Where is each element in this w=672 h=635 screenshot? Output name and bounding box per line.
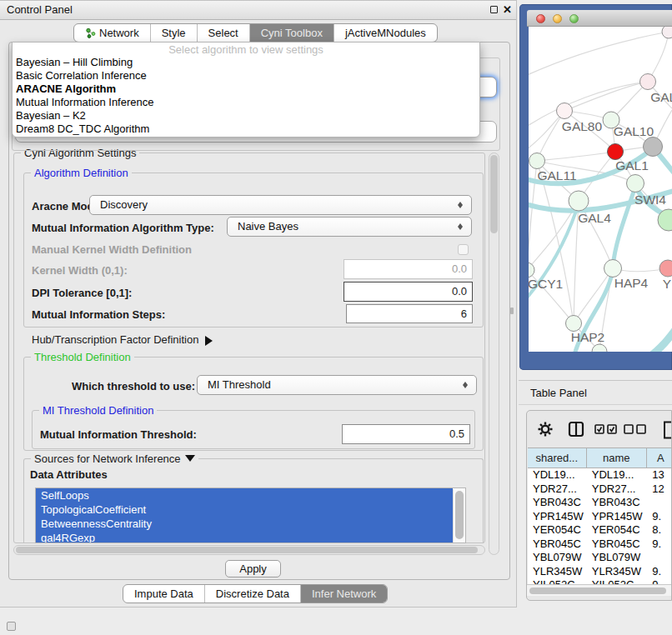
network-node-swi4[interactable]: [627, 175, 644, 192]
dropdown-item-list: Bayesian – Hill ClimbingBasic Correlatio…: [13, 56, 479, 136]
mi-type-combobox[interactable]: Naive Bayes: [227, 217, 472, 237]
settings-horizontal-scrollbar[interactable]: [13, 545, 485, 555]
attribute-item-selected[interactable]: SelfLoops: [36, 488, 453, 502]
mi-steps-field[interactable]: 6: [346, 304, 473, 323]
table-row[interactable]: YER054CYER054C8.: [528, 523, 672, 538]
network-canvas[interactable]: GAL7GAL80GAL10GAL1GAL11SWI4GAL4GCY1HAP4Y…: [529, 27, 672, 352]
float-window-icon[interactable]: [490, 6, 498, 13]
network-node-hap2[interactable]: [566, 316, 582, 332]
table-row[interactable]: YPR145WYPR145W9.: [528, 510, 672, 524]
attribute-item-selected[interactable]: BetweennessCentrality: [36, 517, 453, 531]
gear-icon[interactable]: [537, 421, 554, 438]
dropdown-item[interactable]: Bayesian – K2: [13, 109, 479, 122]
tab-style[interactable]: Style: [150, 24, 197, 42]
table-row[interactable]: YDR27...YDR27...12: [528, 482, 672, 497]
new-table-icon[interactable]: [663, 421, 672, 439]
table-hscroll-thumb[interactable]: [529, 588, 666, 594]
dropdown-item[interactable]: Bayesian – Hill Climbing: [13, 56, 479, 69]
table-row[interactable]: YDL19...YDL19...13: [528, 468, 672, 482]
apply-button[interactable]: Apply: [225, 560, 281, 578]
close-icon[interactable]: ✕: [503, 3, 512, 16]
network-node[interactable]: [662, 27, 672, 38]
attribute-item-selected[interactable]: gal4RGexp: [36, 531, 453, 543]
column-header[interactable]: shared...: [528, 448, 587, 468]
table-panel-titlebar[interactable]: Table Panel: [519, 380, 672, 405]
dropdown-placeholder: Select algorithm to view settings: [13, 43, 479, 56]
which-threshold-combobox[interactable]: MI Threshold: [197, 375, 477, 395]
settings-vertical-scrollbar[interactable]: [489, 152, 499, 555]
dropdown-item[interactable]: Basic Correlation Inference: [13, 69, 479, 82]
sources-group-title[interactable]: Sources for Network Inference: [31, 452, 198, 467]
table-row[interactable]: YBR045CYBR045C9.: [528, 538, 672, 552]
network-node-gal4[interactable]: [569, 191, 589, 211]
list-scrollbar-thumb[interactable]: [455, 491, 464, 539]
tab-label: Network: [99, 24, 139, 42]
table-row[interactable]: YBR043CYBR043C: [528, 496, 672, 510]
attribute-items: SelfLoopsTopologicalCoefficientBetweenne…: [36, 488, 465, 543]
collapsed-arrow-icon[interactable]: [205, 336, 218, 346]
close-window-icon[interactable]: [536, 14, 545, 23]
dropdown-item[interactable]: Dream8 DC_TDC Algorithm: [13, 122, 479, 136]
hub-definition-expander[interactable]: Hub/Transcription Factor Definition: [32, 333, 218, 346]
network-node-gal80[interactable]: [557, 103, 573, 119]
select-all-columns-icon[interactable]: [594, 421, 619, 438]
table-row[interactable]: YLR345WYLR345W9.: [528, 565, 672, 579]
tab-infer-network[interactable]: Infer Network: [300, 585, 387, 602]
tab-cyni-toolbox[interactable]: Cyni Toolbox: [249, 24, 333, 42]
network-node-y[interactable]: [659, 260, 672, 277]
deselect-all-columns-icon[interactable]: [623, 421, 648, 438]
tab-select[interactable]: Select: [197, 24, 249, 42]
attribute-item-selected[interactable]: TopologicalCoefficient: [36, 502, 453, 517]
tab-label: Discretize Data: [216, 585, 289, 602]
table-cell: YPR145W: [528, 510, 587, 524]
table-cell: 9: [647, 578, 672, 584]
network-node-gal7[interactable]: [640, 74, 656, 90]
tab-network[interactable]: Network: [74, 24, 150, 42]
dropdown-item[interactable]: ARACNE Algorithm: [13, 82, 479, 96]
algorithm-dropdown-popup: Select algorithm to view settings Bayesi…: [12, 42, 480, 138]
manual-kernel-checkbox[interactable]: [458, 244, 469, 255]
threshold-definition-title: Threshold Definition: [31, 351, 134, 363]
tab-impute-data[interactable]: Impute Data: [123, 585, 204, 602]
column-header[interactable]: name: [587, 448, 647, 468]
table-cell: YDR27...: [528, 482, 587, 497]
settings-hscroll-thumb[interactable]: [16, 547, 478, 553]
table-cell: 12: [647, 482, 672, 497]
table-body: YDL19...YDL19...13YDR27...YDR27...12YBR0…: [528, 468, 672, 584]
minimize-window-icon[interactable]: [553, 14, 562, 23]
network-icon: [85, 28, 96, 38]
splitter-handle[interactable]: [510, 308, 514, 314]
network-node-gal11[interactable]: [529, 153, 545, 169]
split-columns-icon[interactable]: [568, 421, 584, 438]
dpi-tolerance-field[interactable]: 0.0: [344, 282, 473, 302]
network-node-gcy1[interactable]: [529, 262, 534, 278]
list-vertical-scrollbar[interactable]: [453, 489, 464, 543]
expanded-arrow-icon[interactable]: [185, 455, 195, 467]
table-row[interactable]: YIL052CYIL052C9: [528, 578, 672, 584]
network-node-gal1[interactable]: [608, 144, 624, 160]
table-cell: YBR045C: [587, 538, 648, 552]
zoom-window-icon[interactable]: [569, 14, 579, 23]
control-panel-title: Control Panel: [7, 1, 73, 19]
collapsed-panel-icon[interactable]: [7, 622, 16, 631]
tab-jactivemnodules[interactable]: jActiveMNodules: [333, 24, 437, 42]
network-node-hap4[interactable]: [604, 260, 622, 278]
network-window-titlebar[interactable]: [527, 10, 672, 27]
column-header[interactable]: A: [647, 448, 672, 468]
dropdown-item[interactable]: Mutual Information Inference: [13, 96, 479, 109]
table-cell: YBR043C: [587, 496, 648, 510]
control-panel-titlebar[interactable]: Control Panel ✕: [0, 1, 516, 20]
aracne-mode-combobox[interactable]: Discovery: [89, 195, 472, 215]
mi-threshold-field[interactable]: 0.5: [342, 424, 470, 444]
network-node[interactable]: [644, 138, 663, 157]
kernel-width-field[interactable]: 0.0: [344, 259, 473, 279]
table-cell: YBR043C: [528, 496, 587, 510]
tab-discretize-data[interactable]: Discretize Data: [204, 585, 300, 602]
table-horizontal-scrollbar[interactable]: [527, 584, 672, 596]
table-cell: 9.: [647, 538, 672, 552]
network-view-window[interactable]: GAL7GAL80GAL10GAL1GAL11SWI4GAL4GCY1HAP4Y…: [519, 4, 672, 370]
node-label: GAL11: [537, 168, 576, 182]
table-row[interactable]: YBL079WYBL079W: [528, 551, 672, 565]
settings-vscroll-thumb[interactable]: [490, 155, 498, 233]
table-cell: 9.: [647, 510, 672, 524]
